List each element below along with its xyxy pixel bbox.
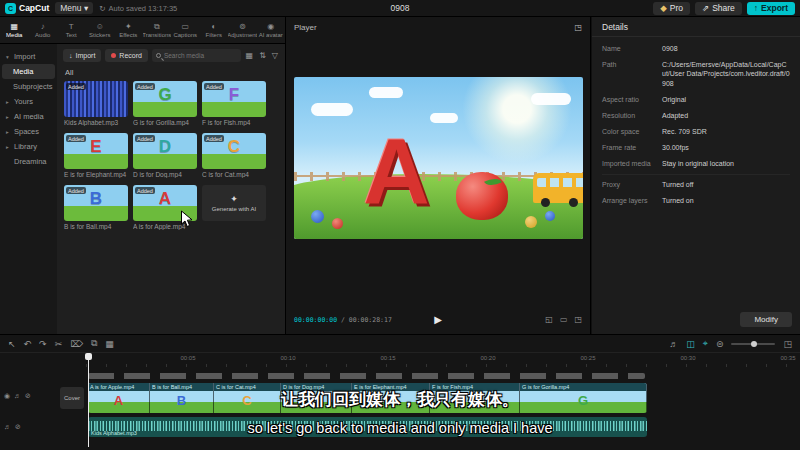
mirror-icon[interactable]: ⧉ (91, 338, 97, 349)
media-item-e-elephant[interactable]: AddedE E is for Elephant.mp4 (64, 133, 128, 178)
sidebar-item-spaces[interactable]: ▸Spaces (0, 124, 57, 139)
select-tool-icon[interactable]: ↖ (8, 339, 16, 349)
player-transport: 00:00:00:00 / 00:00:28:17 ▶ ◱ ▭ ◳ (294, 315, 582, 324)
crop-icon[interactable]: ▦ (105, 339, 114, 349)
sidebar-item-ai-media[interactable]: ▸AI media (0, 109, 57, 124)
search-input[interactable] (164, 52, 237, 59)
tab-audio[interactable]: ♪Audio (29, 17, 58, 43)
filter-icon[interactable]: ▽ (271, 51, 279, 60)
sidebar-item-yours[interactable]: ▸Yours (0, 94, 57, 109)
zoom-knob[interactable] (751, 341, 757, 347)
detail-row-path: PathC:/Users/Emersve/AppData/Local/CapCu… (602, 60, 790, 88)
adjustment-icon: ⊚ (239, 23, 246, 31)
ruler-label: 00:25 (580, 355, 595, 361)
sidebar-item-media[interactable]: Media (2, 64, 55, 79)
tab-stickers[interactable]: ☺Stickers (86, 17, 115, 43)
tab-captions[interactable]: ▭Captions (171, 17, 200, 43)
detail-row-imported-media: Imported mediaStay in original location (602, 159, 790, 168)
fullscreen-icon[interactable]: ◳ (574, 315, 582, 324)
chevron-down-icon: ▾ (84, 3, 88, 13)
top-bar: C CapCut Menu ▾ ↻ Auto saved 13:17:35 09… (0, 0, 800, 17)
generate-ai-tile[interactable]: ✦ Generate with AI (202, 185, 266, 230)
media-panel: ▦Media ♪Audio TText ☺Stickers ✦Effects ⧉… (0, 17, 286, 334)
cloud-graphic (369, 87, 403, 98)
ball-graphic (332, 218, 343, 229)
ratio-icon[interactable]: ▭ (560, 315, 568, 324)
fit-timeline-icon[interactable]: ◳ (783, 339, 792, 349)
added-badge: Added (66, 135, 86, 142)
tab-filters[interactable]: ◐Filters (200, 17, 229, 43)
export-button[interactable]: ↑ Export (747, 2, 795, 15)
record-button[interactable]: Record (105, 49, 148, 62)
section-label-all: All (57, 65, 285, 79)
text-track[interactable] (88, 373, 645, 379)
mute-all-icon[interactable]: ♬ (669, 339, 678, 349)
added-badge: Added (66, 187, 86, 194)
sidebar-item-library[interactable]: ▸Library (0, 139, 57, 154)
cloud-graphic (311, 103, 353, 116)
delete-icon[interactable]: ⌦ (70, 339, 83, 349)
share-button[interactable]: ⇗ Share (695, 2, 742, 15)
zoom-slider[interactable] (731, 343, 775, 345)
text-icon: T (69, 23, 74, 31)
school-bus-graphic (533, 173, 583, 203)
filters-icon: ◐ (211, 23, 216, 31)
player-expand-icon[interactable]: ◳ (574, 23, 582, 32)
capcut-logo-icon: C (5, 3, 16, 14)
import-icon: ↓ (69, 52, 73, 59)
playhead-handle[interactable] (85, 353, 92, 360)
capcut-logo-text: CapCut (19, 3, 49, 13)
effects-icon: ✦ (125, 23, 132, 31)
pro-button[interactable]: ◆ Pro (653, 2, 690, 15)
ribbon-tabs: ▦Media ♪Audio TText ☺Stickers ✦Effects ⧉… (0, 17, 285, 44)
subtitle-chinese: 让我们回到媒体，我只有媒体。 (0, 388, 800, 411)
subtitle-english: so let's go back to media and only media… (0, 420, 800, 436)
details-panel: Details Name0908 PathC:/Users/Emersve/Ap… (592, 17, 800, 334)
tab-text[interactable]: TText (57, 17, 86, 43)
chevron-right-icon: ▸ (6, 99, 12, 105)
import-button[interactable]: ↓Import (63, 49, 101, 62)
sort-icon[interactable]: ⇅ (258, 51, 267, 60)
sidebar-item-import[interactable]: ▾Import (0, 49, 57, 64)
snap-icon[interactable]: ⌖ (703, 338, 708, 349)
play-button[interactable]: ▶ (434, 314, 442, 325)
track-view-icon[interactable]: ◫ (686, 339, 695, 349)
undo-icon[interactable]: ↶ (24, 339, 32, 349)
tab-transitions[interactable]: ⧉Transitions (143, 17, 172, 43)
link-icon[interactable]: ⊜ (716, 339, 724, 349)
media-item-c-cat[interactable]: AddedC C is for Cat.mp4 (202, 133, 266, 178)
media-item-g-gorilla[interactable]: AddedG G is for Gorilla.mp4 (133, 81, 197, 126)
media-item-b-ball[interactable]: AddedB B is for Ball.mp4 (64, 185, 128, 230)
redo-icon[interactable]: ↷ (39, 339, 47, 349)
tab-ai-avatar[interactable]: ◉AI avatar (257, 17, 286, 43)
pro-diamond-icon: ◆ (660, 3, 667, 13)
grid-view-icon[interactable]: ▦ (245, 51, 255, 60)
media-sidebar: ▾Import Media Subprojects ▸Yours ▸AI med… (0, 44, 57, 334)
added-badge: Added (135, 83, 155, 90)
ai-avatar-icon: ◉ (267, 23, 274, 31)
sidebar-item-dreamina[interactable]: Dreamina (0, 154, 57, 169)
tab-adjustment[interactable]: ⊚Adjustment (228, 17, 257, 43)
media-library: ↓Import Record ▦ ⇅ ▽ All Added Kids Alph… (57, 44, 285, 334)
player-panel: Player ◳ A 00:00:00:00 / 00:00:28:17 ▶ ◱ (286, 17, 591, 334)
search-box[interactable] (152, 49, 241, 62)
video-preview[interactable]: A (294, 77, 583, 239)
sidebar-item-subprojects[interactable]: Subprojects (0, 79, 57, 94)
tab-effects[interactable]: ✦Effects (114, 17, 143, 43)
media-item-kids-alphabet[interactable]: Added Kids Alphabet.mp3 (64, 81, 128, 126)
detail-row-aspect-ratio: Aspect ratioOriginal (602, 95, 790, 104)
timeline-ruler[interactable]: 00:05 00:10 00:15 00:20 00:25 00:30 00:3… (86, 353, 800, 367)
timecode: 00:00:00:00 / 00:00:28:17 (294, 316, 392, 324)
menu-button[interactable]: Menu ▾ (55, 2, 93, 14)
chevron-down-icon: ▾ (6, 54, 12, 60)
tab-media[interactable]: ▦Media (0, 17, 29, 43)
media-item-f-fish[interactable]: AddedF F is for Fish.mp4 (202, 81, 266, 126)
modify-button[interactable]: Modify (740, 312, 792, 327)
autosave-icon: ↻ (99, 4, 105, 13)
pip-icon[interactable]: ◱ (545, 315, 553, 324)
video-thumbnail: AddedF (202, 81, 266, 117)
media-item-d-dog[interactable]: AddedD D is for Dog.mp4 (133, 133, 197, 178)
video-thumbnail: AddedE (64, 133, 128, 169)
split-icon[interactable]: ✂ (55, 339, 63, 349)
autosave-status: ↻ Auto saved 13:17:35 (99, 4, 177, 13)
